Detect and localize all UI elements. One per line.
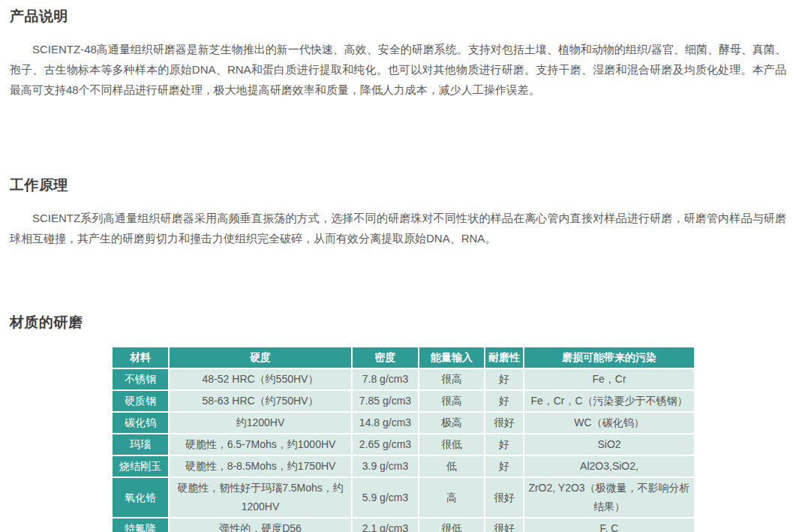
material-name-cell: 硬质钢: [112, 390, 169, 412]
materials-table: 材料 硬度 密度 能量输入 耐磨性 磨损可能带来的污染 不锈钢 48-52 HR…: [111, 346, 695, 532]
hardness-cell: 硬脆性，6.5-7Mohs，约1000HV: [169, 434, 352, 455]
product-detail-page: 产品说明 SCIENTZ-48高通量组织研磨器是新芝生物推出的新一代快速、高效、…: [0, 0, 796, 532]
table-row: 烧结刚玉 硬脆性，8-8.5Mohs，约1750HV 3.9 g/cm3 低 好…: [112, 455, 695, 477]
hardness-cell: 58-63 HRC（约750HV）: [169, 390, 352, 412]
density-cell: 2.1 g/cm3: [352, 518, 419, 532]
working-principle-heading: 工作原理: [10, 177, 786, 194]
contamination-cell: WC（碳化钨）: [524, 412, 695, 434]
material-name-cell: 特氟隆: [112, 518, 169, 532]
wear-resistance-cell: 很好: [485, 477, 524, 518]
column-header-density: 密度: [352, 347, 419, 368]
material-grinding-heading: 材质的研磨: [10, 314, 786, 331]
column-header-hardness: 硬度: [169, 347, 352, 368]
density-cell: 5.9 g/cm3: [352, 477, 419, 518]
wear-resistance-cell: 好: [485, 455, 524, 477]
contamination-cell: Fe，Cr: [524, 368, 695, 390]
density-cell: 14.8 g/cm3: [352, 412, 419, 434]
energy-input-cell: 很高: [419, 368, 485, 390]
table-row: 硬质钢 58-63 HRC（约750HV） 7.85 g/cm3 很高 好 Fe…: [112, 390, 695, 412]
section-working-principle: 工作原理 SCIENTZ系列高通量组织研磨器采用高频垂直振荡的方式，选择不同的研…: [10, 177, 786, 248]
column-header-wear-resistance: 耐磨性: [485, 347, 524, 368]
section-material-grinding: 材质的研磨 材料 硬度 密度 能量输入 耐磨性 磨损可能带来的污染: [10, 314, 786, 532]
table-row: 不锈钢 48-52 HRC（约550HV） 7.8 g/cm3 很高 好 Fe，…: [112, 368, 695, 390]
density-cell: 7.85 g/cm3: [352, 390, 419, 412]
hardness-cell: 弹性的，硬度D56: [169, 518, 352, 532]
wear-resistance-cell: 很好: [485, 518, 524, 532]
material-name-cell: 氧化锆: [112, 477, 169, 518]
material-name-cell: 不锈钢: [112, 368, 169, 390]
energy-input-cell: 高: [419, 477, 485, 518]
wear-resistance-cell: 很好: [485, 412, 524, 434]
product-description-heading: 产品说明: [10, 8, 786, 25]
column-header-contamination: 磨损可能带来的污染: [524, 347, 695, 368]
hardness-cell: 硬脆性，韧性好于玛瑙7.5Mohs，约1200HV: [169, 477, 352, 518]
contamination-cell: F, C: [524, 518, 695, 532]
hardness-cell: 硬脆性，8-8.5Mohs，约1750HV: [169, 455, 352, 477]
working-principle-paragraph: SCIENTZ系列高通量组织研磨器采用高频垂直振荡的方式，选择不同的研磨珠对不同…: [10, 208, 786, 248]
column-header-material: 材料: [112, 347, 169, 368]
table-header-row: 材料 硬度 密度 能量输入 耐磨性 磨损可能带来的污染: [112, 347, 695, 368]
material-name-cell: 碳化钨: [112, 412, 169, 434]
contamination-cell: Al2O3,SiO2,: [524, 455, 695, 477]
energy-input-cell: 很高: [419, 390, 485, 412]
table-row: 碳化钨 约1200HV 14.8 g/cm3 极高 很好 WC（碳化钨）: [112, 412, 695, 434]
contamination-cell: ZrO2, Y2O3（极微量，不影响分析结果）: [524, 477, 695, 518]
section-product-description: 产品说明 SCIENTZ-48高通量组织研磨器是新芝生物推出的新一代快速、高效、…: [10, 8, 786, 100]
material-name-cell: 烧结刚玉: [112, 455, 169, 477]
density-cell: 2.65 g/cm3: [352, 434, 419, 455]
wear-resistance-cell: 好: [485, 368, 524, 390]
table-row: 玛瑙 硬脆性，6.5-7Mohs，约1000HV 2.65 g/cm3 很低 好…: [112, 434, 695, 455]
energy-input-cell: 低: [419, 455, 485, 477]
hardness-cell: 约1200HV: [169, 412, 352, 434]
contamination-cell: SiO2: [524, 434, 695, 455]
table-row: 氧化锆 硬脆性，韧性好于玛瑙7.5Mohs，约1200HV 5.9 g/cm3 …: [112, 477, 695, 518]
density-cell: 3.9 g/cm3: [352, 455, 419, 477]
energy-input-cell: 极高: [419, 412, 485, 434]
table-row: 特氟隆 弹性的，硬度D56 2.1 g/cm3 很低 很好 F, C: [112, 518, 695, 532]
wear-resistance-cell: 好: [485, 434, 524, 455]
energy-input-cell: 很低: [419, 434, 485, 455]
wear-resistance-cell: 好: [485, 390, 524, 412]
material-name-cell: 玛瑙: [112, 434, 169, 455]
density-cell: 7.8 g/cm3: [352, 368, 419, 390]
product-description-paragraph: SCIENTZ-48高通量组织研磨器是新芝生物推出的新一代快速、高效、安全的研磨…: [10, 39, 786, 100]
column-header-energy-input: 能量输入: [419, 347, 485, 368]
hardness-cell: 48-52 HRC（约550HV）: [169, 368, 352, 390]
energy-input-cell: 很低: [419, 518, 485, 532]
contamination-cell: Fe，Cr，C（污染要少于不锈钢）: [524, 390, 695, 412]
